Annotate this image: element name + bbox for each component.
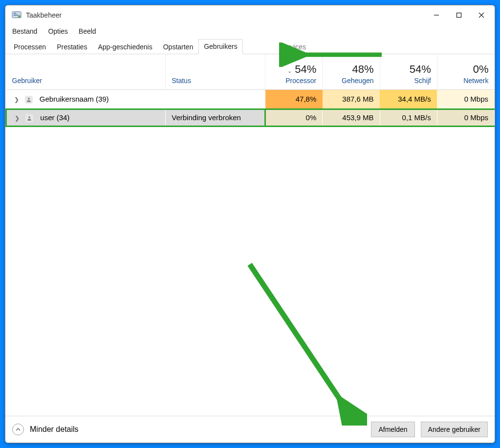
col-memory-label: Geheugen [328,77,373,85]
maximize-button[interactable] [448,7,470,23]
col-cpu-value: 54% [295,63,316,75]
svg-rect-1 [14,13,16,14]
tab-services[interactable]: Services [274,40,311,54]
table-header-row: Gebruiker Status ⌄54% Processor 48% Gehe… [6,54,495,89]
footer: Minder details Afmelden Andere gebruiker [5,416,495,443]
user-disk: 0,1 MB/s [380,109,437,126]
chevron-up-icon [16,427,21,432]
user-memory: 453,9 MB [323,109,380,126]
user-disk: 34,4 MB/s [380,89,437,109]
user-status: Verbinding verbroken [166,109,265,126]
menu-view[interactable]: Beeld [77,26,98,36]
user-network: 0 Mbps [437,89,494,109]
tab-startup[interactable]: Opstarten [158,40,198,54]
titlebar[interactable]: Taakbeheer [5,5,495,25]
col-user-label: Gebruiker [12,77,160,85]
window-title: Taakbeheer [26,11,62,19]
col-network-value: 0% [443,63,489,77]
col-disk[interactable]: 54% Schijf [380,54,437,89]
svg-point-3 [18,15,21,18]
expand-icon[interactable]: ❯ [14,96,19,103]
tab-users[interactable]: Gebruikers [198,39,242,54]
user-cpu: 0% [265,109,323,126]
col-cpu[interactable]: ⌄54% Processor [265,54,323,89]
close-icon [478,12,484,18]
table-row[interactable]: ❯ user (34) Verbinding verbroken 0% 453,… [6,109,495,126]
menu-file[interactable]: Bestand [10,26,39,36]
users-panel: Gebruiker Status ⌄54% Processor 48% Gehe… [5,54,495,416]
col-network[interactable]: 0% Netwerk [437,54,494,89]
task-manager-icon [11,10,22,21]
chevron-down-icon: ⌄ [287,68,292,74]
user-memory: 387,6 MB [323,89,380,109]
tabstrip: Processen Prestaties App-geschiedenis Op… [5,38,495,54]
svg-point-9 [28,116,30,118]
tab-processes[interactable]: Processen [8,40,51,54]
svg-point-8 [28,98,30,100]
minimize-icon [434,12,439,18]
fewer-details-toggle[interactable] [12,424,24,435]
user-status [166,89,265,109]
col-disk-label: Schijf [386,77,431,85]
user-icon [25,96,33,104]
minimize-button[interactable] [425,7,448,23]
tab-performance[interactable]: Prestaties [51,40,92,54]
task-manager-window: Taakbeheer Bestand Opties Beeld Processe… [5,5,495,443]
col-user[interactable]: Gebruiker [6,54,166,89]
menu-options[interactable]: Opties [46,26,69,36]
svg-rect-5 [457,13,461,18]
col-network-label: Netwerk [443,77,489,85]
tab-app-history[interactable]: App-geschiedenis [92,40,157,54]
col-cpu-label: Processor [271,77,316,85]
user-network: 0 Mbps [437,109,494,126]
col-status[interactable]: Status [166,54,265,89]
col-disk-value: 54% [386,63,431,77]
close-button[interactable] [470,7,493,23]
users-table: Gebruiker Status ⌄54% Processor 48% Gehe… [5,54,495,127]
table-row[interactable]: ❯ Gebruikersnaam (39) 47,8% 387,6 MB 34,… [6,89,495,109]
fewer-details-label[interactable]: Minder details [30,425,79,434]
user-cpu: 47,8% [265,89,323,109]
sign-out-button[interactable]: Afmelden [371,422,414,437]
expand-icon[interactable]: ❯ [15,115,20,122]
col-memory[interactable]: 48% Geheugen [323,54,380,89]
user-icon [25,114,33,122]
menubar: Bestand Opties Beeld [5,25,495,38]
user-name: Gebruikersnaam (39) [40,95,109,103]
switch-user-button[interactable]: Andere gebruiker [421,422,488,437]
col-status-label: Status [172,77,259,85]
maximize-icon [456,12,462,18]
svg-rect-2 [14,15,18,16]
user-name: user (34) [40,113,69,122]
col-memory-value: 48% [328,63,373,77]
